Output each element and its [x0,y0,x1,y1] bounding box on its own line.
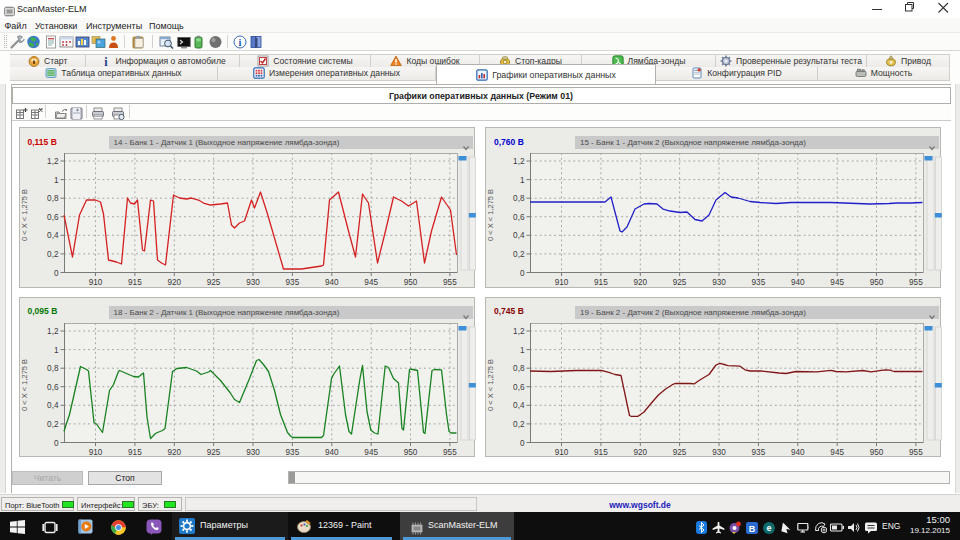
svg-text:B: B [749,524,756,534]
svg-text:920: 920 [167,448,181,457]
svg-text:0,4: 0,4 [47,231,59,240]
svg-text:1: 1 [53,345,58,354]
svg-text:950: 950 [403,448,417,457]
svg-text:950: 950 [403,278,417,287]
svg-text:955: 955 [909,278,923,287]
svg-text:0: 0 [520,269,525,278]
svg-text:930: 930 [712,448,726,457]
svg-text:i: i [239,37,242,48]
svg-text:0,2: 0,2 [47,250,59,259]
svg-text:930: 930 [246,448,260,457]
svg-text:915: 915 [594,278,608,287]
svg-text:920: 920 [633,278,647,287]
svg-text:1,2: 1,2 [513,327,525,336]
svg-text:0 < X < 1,275 В: 0 < X < 1,275 В [20,189,29,241]
svg-text:0 < X < 1,275 В: 0 < X < 1,275 В [20,358,29,410]
svg-text:935: 935 [752,278,766,287]
svg-text:955: 955 [909,448,923,457]
svg-text:0,4: 0,4 [47,401,59,410]
svg-text:0,8: 0,8 [47,364,59,373]
svg-text:910: 910 [88,278,102,287]
svg-text:0,2: 0,2 [513,250,525,259]
svg-text:1: 1 [520,176,525,185]
svg-text:925: 925 [673,278,687,287]
svg-text:935: 935 [752,448,766,457]
svg-text:910: 910 [555,448,569,457]
svg-text:0,2: 0,2 [47,419,59,428]
svg-text:930: 930 [712,278,726,287]
svg-text:940: 940 [791,448,805,457]
svg-text:0: 0 [53,269,58,278]
svg-text:955: 955 [443,278,457,287]
svg-text:0,6: 0,6 [47,213,59,222]
svg-text:0,6: 0,6 [513,213,525,222]
svg-text:0,8: 0,8 [513,364,525,373]
svg-text:940: 940 [791,278,805,287]
svg-text:0 < X < 1,275 В: 0 < X < 1,275 В [486,189,495,241]
svg-text:920: 920 [167,278,181,287]
svg-text:915: 915 [128,448,142,457]
svg-text:0,6: 0,6 [47,382,59,391]
svg-text:955: 955 [443,448,457,457]
svg-text:910: 910 [555,278,569,287]
svg-text:1: 1 [53,176,58,185]
svg-text:950: 950 [870,278,884,287]
svg-text:0,6: 0,6 [513,382,525,391]
svg-text:0,2: 0,2 [513,419,525,428]
svg-text:1,2: 1,2 [47,157,59,166]
svg-text:910: 910 [88,448,102,457]
svg-text:935: 935 [285,278,299,287]
svg-text:1: 1 [520,345,525,354]
svg-text:945: 945 [830,278,844,287]
svg-text:925: 925 [673,448,687,457]
svg-text:930: 930 [246,278,260,287]
svg-text:0 < X < 1,275 В: 0 < X < 1,275 В [486,358,495,410]
svg-text:0: 0 [520,438,525,447]
svg-text:925: 925 [206,448,220,457]
svg-text:0: 0 [53,438,58,447]
svg-text:1,2: 1,2 [513,157,525,166]
svg-text:940: 940 [324,448,338,457]
svg-text:920: 920 [633,448,647,457]
svg-text:i: i [104,55,108,67]
svg-text:935: 935 [285,448,299,457]
svg-text:0,4: 0,4 [513,401,525,410]
svg-text:915: 915 [594,448,608,457]
svg-text:915: 915 [128,278,142,287]
svg-text:0,8: 0,8 [513,194,525,203]
svg-text:945: 945 [364,278,378,287]
svg-text:950: 950 [870,448,884,457]
svg-text:0,4: 0,4 [513,231,525,240]
svg-text:925: 925 [206,278,220,287]
svg-text:945: 945 [364,448,378,457]
svg-text:0,8: 0,8 [47,194,59,203]
svg-text:1,2: 1,2 [47,327,59,336]
svg-text:940: 940 [324,278,338,287]
svg-text:945: 945 [830,448,844,457]
svg-text:e: e [766,523,771,533]
